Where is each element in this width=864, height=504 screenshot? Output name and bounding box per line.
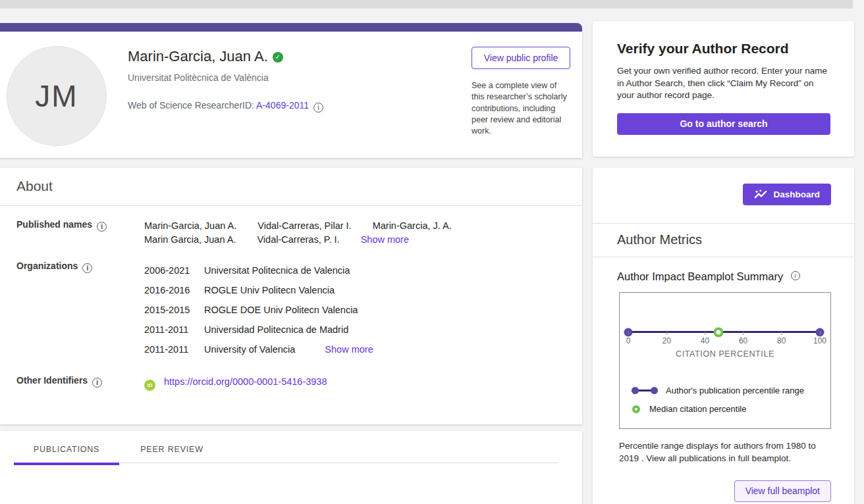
organization-years: 2006-2021 xyxy=(144,264,204,278)
main-column: JM Marin-Garcia, Juan A.✓ Universitat Po… xyxy=(0,23,582,504)
verify-author-record-card: Verify your Author Record Get your own v… xyxy=(593,21,854,157)
researcher-id-label: Web of Science ResearcherID: xyxy=(128,100,254,111)
organization-years: 2016-2016 xyxy=(144,284,204,297)
view-full-beamplot-button[interactable]: View full beamplot xyxy=(734,480,831,502)
author-metrics-title: Author Metrics xyxy=(617,232,831,247)
organization-item: 2011-2011 University of Valencia Show mo… xyxy=(144,340,558,359)
organizations-label-text: Organizations xyxy=(16,261,78,271)
beamplot-median-circle xyxy=(713,327,723,337)
info-glyph: i xyxy=(86,265,88,272)
published-names-row: Published namesi Marin-Garcia, Juan A. V… xyxy=(0,219,582,247)
dashboard-button[interactable]: Dashboard xyxy=(743,184,831,205)
view-public-profile-button[interactable]: View public profile xyxy=(472,47,570,69)
other-identifiers-label: Other Identifiersi xyxy=(16,375,144,391)
about-rows: Published namesi Marin-Garcia, Juan A. V… xyxy=(0,206,582,391)
author-name-block: Marin-Garcia, Juan A.✓ Universitat Polit… xyxy=(128,48,323,113)
organization-name: Universitat Politecnica de Valencia xyxy=(204,264,350,278)
dashboard-button-label: Dashboard xyxy=(773,189,820,199)
legend-item-range: Author's publication percentile range xyxy=(632,386,804,395)
tab-divider xyxy=(119,463,558,463)
organizations-label: Organizationsi xyxy=(16,261,144,359)
beamplot-chart: 020406080100 CITATION PERCENTILE Author'… xyxy=(619,292,831,429)
axis-tick-label: 80 xyxy=(777,336,786,345)
beamplot-button-row: View full beamplot xyxy=(617,480,831,502)
published-name: Marin-Garcia, Juan A. xyxy=(144,219,236,233)
median-circle-icon xyxy=(632,405,640,413)
researcher-id-row: Web of Science ResearcherID: A-4069-2011… xyxy=(128,100,323,113)
organization-years: 2015-2015 xyxy=(144,303,204,317)
check-icon: ✓ xyxy=(275,53,281,61)
organization-item: 2015-2015 ROGLE DOE Univ Politecn Valenc… xyxy=(144,300,558,320)
profile-accent-bar xyxy=(0,23,582,32)
info-icon[interactable]: i xyxy=(791,271,800,280)
beamplot-summary-title: Author Impact Beamplot Summary i xyxy=(617,270,831,283)
side-column: Verify your Author Record Get your own v… xyxy=(593,21,854,504)
about-card: About Published namesi Marin-Garcia, Jua… xyxy=(0,168,582,424)
dashboard-button-row: Dashboard xyxy=(617,168,831,205)
organization-years: 2011-2011 xyxy=(144,343,204,357)
legend-median-label: Median citation percentile xyxy=(649,404,746,414)
active-tab-indicator xyxy=(14,463,119,465)
browser-top-strip xyxy=(0,0,853,9)
tab-peer-review[interactable]: PEER REVIEW xyxy=(119,431,225,463)
info-icon[interactable]: i xyxy=(92,378,102,388)
legend-item-median: Median citation percentile xyxy=(632,404,804,414)
organization-item: 2016-2016 ROGLE Univ Politecn Valencia xyxy=(144,280,558,300)
tabs-card: PUBLICATIONS PEER REVIEW xyxy=(0,431,582,504)
author-name: Marin-Garcia, Juan A. xyxy=(128,48,268,64)
published-name: Marin-Garcia, J. A. xyxy=(373,219,452,233)
organization-name: University of Valencia xyxy=(204,343,295,357)
organizations-row: Organizationsi 2006-2021 Universitat Pol… xyxy=(0,261,582,359)
info-icon[interactable]: i xyxy=(97,222,107,232)
published-name: Vidal-Carreras, P. I. xyxy=(257,233,339,247)
go-to-author-search-button[interactable]: Go to author search xyxy=(617,113,830,135)
verify-card-title: Verify your Author Record xyxy=(617,41,830,57)
author-metrics-card: Dashboard Author Metrics Author Impact B… xyxy=(593,168,854,504)
orcid-link[interactable]: https://orcid.org/0000-0001-5416-3938 xyxy=(164,376,327,387)
tab-publications[interactable]: PUBLICATIONS xyxy=(14,431,119,463)
info-glyph: i xyxy=(317,104,319,111)
published-name: Vidal-Carreras, Pilar I. xyxy=(257,219,351,233)
info-icon[interactable]: i xyxy=(82,263,92,273)
axis-tick-label: 20 xyxy=(662,336,671,345)
info-glyph: i xyxy=(795,272,796,279)
about-title: About xyxy=(0,168,582,194)
published-names-label-text: Published names xyxy=(16,219,92,230)
tabs-bar: PUBLICATIONS PEER REVIEW xyxy=(0,431,582,463)
info-icon[interactable]: i xyxy=(313,103,323,113)
organizations-show-more-link[interactable]: Show more xyxy=(325,343,373,357)
organization-years: 2011-2011 xyxy=(144,323,204,337)
organization-name: Universidad Politecnica de Madrid xyxy=(204,323,348,337)
published-name: Marin Garcia, Juan A. xyxy=(144,233,236,247)
author-affiliation: Universitat Politècnica de València xyxy=(128,72,323,83)
info-glyph: i xyxy=(96,379,98,386)
other-identifiers-label-text: Other Identifiers xyxy=(16,375,88,386)
metrics-divider xyxy=(593,223,854,224)
other-identifiers-row: Other Identifiersi iDhttps://orcid.org/0… xyxy=(0,375,582,391)
metrics-divider xyxy=(593,257,854,257)
beamplot-ticks: 020406080100 xyxy=(628,336,820,345)
organization-item: 2011-2011 Universidad Politecnica de Mad… xyxy=(144,320,558,340)
researcher-id-link[interactable]: A-4069-2011 xyxy=(256,100,309,111)
axis-tick-label: 40 xyxy=(701,336,709,345)
axis-tick-label: 100 xyxy=(813,336,826,345)
axis-tick-label: 60 xyxy=(739,336,747,345)
published-names-show-more-link[interactable]: Show more xyxy=(361,234,409,245)
avatar: JM xyxy=(7,46,107,146)
legend-range-label: Author's publication percentile range xyxy=(666,386,804,395)
other-identifiers-value: iDhttps://orcid.org/0000-0001-5416-3938 xyxy=(144,375,582,391)
beamplot-footnote: Percentile range displays for authors fr… xyxy=(619,440,836,465)
beamplot-axis-label: CITATION PERCENTILE xyxy=(620,349,830,359)
avatar-initials: JM xyxy=(35,78,78,114)
verified-badge-icon: ✓ xyxy=(273,52,283,63)
beamplot-legend: Author's publication percentile range Me… xyxy=(632,377,804,414)
beamplot-plot xyxy=(628,331,820,333)
organizations-value: 2006-2021 Universitat Politecnica de Val… xyxy=(144,261,582,359)
beamplot-summary-title-text: Author Impact Beamplot Summary xyxy=(617,270,783,282)
organization-name: ROGLE DOE Univ Politecn Valencia xyxy=(204,303,358,317)
axis-tick-label: 0 xyxy=(626,336,631,345)
public-profile-note: See a complete view of this researcher’s… xyxy=(472,80,572,137)
published-names-value: Marin-Garcia, Juan A. Vidal-Carreras, Pi… xyxy=(144,219,582,247)
header-right-block: View public profile See a complete view … xyxy=(472,47,572,137)
verify-card-body: Get your own verified author record. Ent… xyxy=(617,65,830,102)
